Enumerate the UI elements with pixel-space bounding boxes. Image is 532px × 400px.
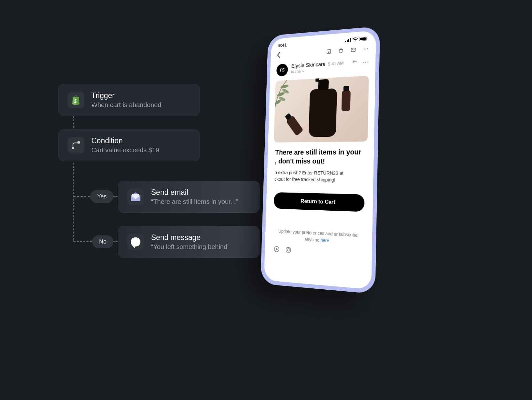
archive-icon[interactable] — [326, 48, 332, 56]
flow-node-send-message[interactable]: Send message “You left something behind” — [118, 226, 260, 258]
svg-rect-1 — [77, 141, 80, 144]
node-title: Send email — [151, 188, 238, 197]
svg-point-24 — [287, 249, 289, 251]
svg-rect-4 — [348, 38, 349, 42]
phone-mockup: 9:41 FS — [261, 26, 380, 294]
flow-node-send-email[interactable]: Send email “There are still items in you… — [118, 181, 260, 213]
svg-point-15 — [365, 62, 366, 63]
svg-rect-7 — [360, 37, 366, 40]
message-icon — [127, 234, 144, 250]
email-headline-1: There are still items in your — [275, 148, 361, 156]
sent-time: 9:41 AM — [328, 60, 344, 66]
node-subtitle: “There are still items in your...” — [151, 198, 238, 205]
connector — [74, 241, 92, 242]
flow-node-trigger[interactable]: Trigger When cart is abandoned — [58, 84, 200, 116]
reply-icon[interactable] — [352, 59, 358, 65]
email-headline-2: , don’t miss out! — [275, 157, 325, 165]
svg-rect-2 — [345, 41, 346, 42]
node-title: Send message — [151, 233, 230, 242]
branch-icon — [67, 137, 84, 154]
flow-node-condition[interactable]: Condition Cart value exceeds $19 — [58, 129, 200, 161]
node-title: Condition — [91, 136, 159, 145]
to-line[interactable]: to me — [291, 69, 301, 74]
svg-point-17 — [274, 99, 281, 105]
node-subtitle: When cart is abandoned — [91, 101, 161, 109]
svg-rect-8 — [367, 38, 367, 39]
shopify-icon — [67, 92, 84, 108]
unsubscribe-link[interactable]: here — [321, 237, 329, 243]
mail-icon[interactable] — [351, 46, 356, 54]
cell-signal-icon — [345, 38, 351, 42]
back-button[interactable] — [277, 52, 281, 60]
battery-icon — [359, 36, 368, 41]
leaf-decoration — [274, 76, 299, 112]
branch-label-no: No — [92, 235, 113, 248]
svg-point-11 — [364, 48, 365, 49]
connector — [73, 163, 74, 240]
svg-rect-23 — [286, 247, 291, 253]
delete-icon[interactable] — [338, 47, 344, 55]
status-indicators — [345, 36, 368, 42]
status-time: 9:41 — [278, 42, 287, 48]
svg-rect-5 — [350, 38, 351, 42]
svg-rect-3 — [347, 40, 348, 42]
return-to-cart-button[interactable]: Return to Cart — [273, 192, 364, 212]
email-body-2: ckout for free tracked shipping! — [274, 176, 335, 183]
svg-point-18 — [277, 91, 285, 97]
svg-point-14 — [363, 62, 364, 63]
wifi-icon — [353, 37, 358, 41]
chevron-down-icon[interactable] — [302, 70, 304, 72]
svg-point-12 — [365, 48, 366, 49]
svg-point-13 — [367, 48, 368, 49]
more-icon[interactable] — [363, 58, 369, 65]
whatsapp-icon[interactable] — [273, 245, 280, 254]
svg-point-25 — [289, 248, 290, 249]
node-subtitle: Cart value exceeds $19 — [91, 146, 159, 154]
email-hero-image — [274, 76, 369, 143]
svg-point-16 — [367, 62, 368, 63]
connector — [73, 240, 76, 243]
sender-avatar[interactable]: FS — [276, 64, 288, 76]
more-icon[interactable] — [363, 45, 369, 53]
email-body-1: n extra push? Enter RETURN23 at — [274, 170, 343, 176]
instagram-icon[interactable] — [285, 246, 292, 255]
node-subtitle: “You left something behind” — [151, 243, 230, 251]
footer-text: Update your preferences and unsubscribe … — [278, 228, 358, 243]
email-icon — [127, 188, 144, 205]
node-title: Trigger — [91, 91, 161, 100]
branch-label-yes: Yes — [90, 190, 113, 203]
connector — [74, 196, 90, 197]
